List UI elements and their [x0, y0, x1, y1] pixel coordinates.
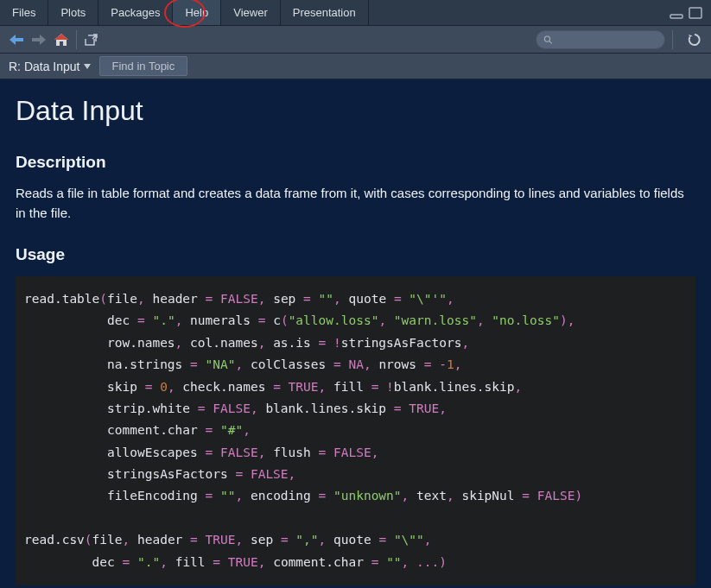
find-in-topic-button[interactable]: Find in Topic — [99, 56, 188, 76]
usage-heading: Usage — [16, 245, 695, 264]
chevron-down-icon — [84, 64, 91, 69]
svg-rect-1 — [689, 8, 701, 18]
svg-line-3 — [549, 41, 552, 43]
help-content: Data Input Description Reads a file in t… — [0, 79, 711, 588]
popout-icon[interactable] — [84, 34, 98, 46]
tab-files[interactable]: Files — [0, 0, 48, 25]
pane-tabs: FilesPlotsPackagesHelpViewerPresentation — [0, 0, 711, 26]
refresh-button[interactable] — [687, 32, 702, 47]
svg-rect-0 — [670, 15, 682, 18]
page-title: Data Input — [16, 95, 695, 127]
tab-help[interactable]: Help — [173, 0, 221, 25]
help-content-scroll[interactable]: Data Input Description Reads a file in t… — [0, 79, 711, 588]
usage-code: read.table(file, header = FALSE, sep = "… — [16, 276, 695, 585]
search-box[interactable] — [536, 30, 665, 49]
tab-presentation[interactable]: Presentation — [281, 0, 369, 25]
forward-button[interactable] — [31, 34, 47, 46]
tab-plots[interactable]: Plots — [48, 0, 98, 25]
breadcrumb-text: R: Data Input — [9, 60, 80, 73]
back-button[interactable] — [9, 34, 24, 46]
help-subbar: R: Data Input Find in Topic — [0, 54, 711, 79]
breadcrumb[interactable]: R: Data Input — [9, 60, 91, 73]
toolbar-separator — [76, 30, 77, 49]
help-toolbar — [0, 26, 711, 54]
window-controls — [670, 0, 711, 25]
tab-viewer[interactable]: Viewer — [221, 0, 281, 25]
maximize-pane-icon[interactable] — [689, 7, 702, 19]
description-heading: Description — [16, 153, 695, 172]
minimize-pane-icon[interactable] — [670, 7, 683, 19]
tab-packages[interactable]: Packages — [98, 0, 173, 25]
description-text: Reads a file in table format and creates… — [16, 184, 695, 223]
toolbar-separator — [672, 30, 673, 49]
search-input[interactable] — [556, 34, 657, 46]
search-icon — [543, 35, 553, 45]
svg-point-2 — [544, 35, 549, 41]
home-button[interactable] — [54, 33, 69, 47]
